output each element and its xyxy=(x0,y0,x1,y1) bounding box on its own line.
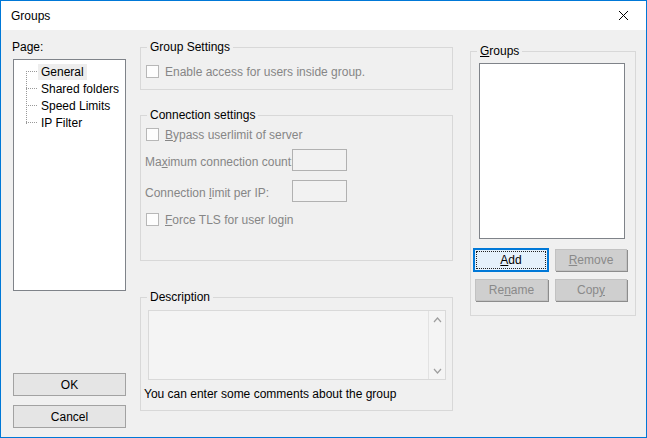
tree-item-speed-limits[interactable]: Speed Limits xyxy=(14,97,125,114)
enable-access-label: Enable access for users inside group. xyxy=(165,65,365,79)
scroll-down-icon xyxy=(429,363,445,378)
group-settings-title: Group Settings xyxy=(147,40,233,54)
force-tls-checkbox xyxy=(146,213,159,226)
ip-limit-label: Connection limit per IP: xyxy=(145,186,269,200)
ip-limit-input xyxy=(292,180,347,202)
window-title: Groups xyxy=(1,9,50,23)
close-icon xyxy=(618,10,629,21)
max-connections-input xyxy=(292,149,347,171)
tree-item-general[interactable]: General xyxy=(14,63,125,80)
tree-item-shared-folders[interactable]: Shared folders xyxy=(14,80,125,97)
description-textarea xyxy=(148,310,446,380)
max-connections-label: Maximum connection count: xyxy=(145,155,294,169)
groups-listbox[interactable] xyxy=(479,63,625,239)
groups-dialog: Groups Page: General Shared folders Spee… xyxy=(0,0,647,438)
force-tls-label: Force TLS for user login xyxy=(165,213,294,227)
tree-item-ip-filter[interactable]: IP Filter xyxy=(14,114,125,131)
add-button[interactable]: Add xyxy=(473,248,549,272)
textarea-scrollbar xyxy=(428,311,445,379)
remove-button: Remove xyxy=(555,249,627,271)
description-caption: You can enter some comments about the gr… xyxy=(144,387,396,401)
close-button[interactable] xyxy=(601,1,646,30)
ok-button[interactable]: OK xyxy=(13,373,126,396)
rename-button: Rename xyxy=(475,279,548,301)
bypass-userlimit-label: Bypass userlimit of server xyxy=(165,128,302,142)
connection-settings-title: Connection settings xyxy=(147,108,258,122)
copy-button: Copy xyxy=(555,279,627,301)
description-title: Description xyxy=(147,290,213,304)
enable-access-checkbox xyxy=(146,65,159,78)
page-tree[interactable]: General Shared folders Speed Limits IP F… xyxy=(13,59,126,291)
page-label: Page: xyxy=(12,40,43,54)
scroll-up-icon xyxy=(429,312,445,327)
cancel-button[interactable]: Cancel xyxy=(13,405,126,428)
title-bar: Groups xyxy=(1,1,646,30)
bypass-userlimit-checkbox xyxy=(146,128,159,141)
groups-title: Groups xyxy=(477,44,522,58)
